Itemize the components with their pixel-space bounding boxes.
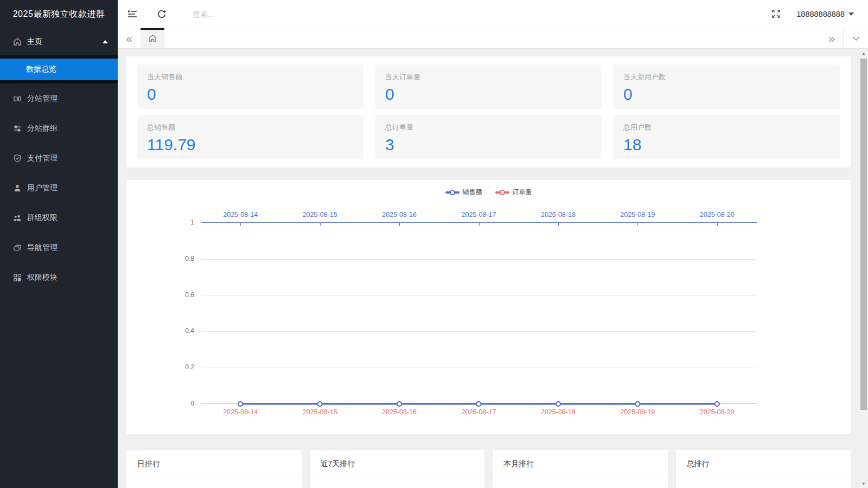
stat-value: 3 — [385, 137, 592, 153]
sidebar-item-user-mgmt[interactable]: 用户管理 — [0, 173, 118, 203]
stat-card-today-orders: 当天订单量 0 — [375, 65, 602, 109]
submenu-item-label: 数据总览 — [26, 65, 56, 74]
legend-item-sales[interactable]: 销售额 — [445, 188, 482, 197]
topbar-right: 18888888888 — [764, 0, 868, 28]
sidebar-item-data-overview[interactable]: 数据总览 — [0, 59, 118, 80]
substation-icon — [13, 94, 22, 103]
x-axis-tick — [399, 223, 400, 226]
rank-card-month: 本月排行 — [493, 450, 668, 488]
sidebar-item-label: 分站群组 — [27, 124, 58, 133]
gridline — [201, 296, 757, 296]
page-scrollbar: ▲ ▼ — [859, 49, 868, 488]
gridline — [201, 368, 757, 368]
topbar: 18888888888 — [118, 0, 868, 28]
sliders-icon — [13, 124, 22, 133]
rank-card-title: 总排行 — [676, 450, 851, 478]
chevron-up-icon — [103, 40, 108, 43]
sidebar-item-payment-mgmt[interactable]: 支付管理 — [0, 143, 118, 173]
refresh-button[interactable] — [147, 0, 176, 28]
stats-panel: 当天销售额 0 当天订单量 0 当天新用户数 0 总销售额 119.79 总订单… — [126, 56, 851, 168]
legend-label: 订单量 — [513, 188, 532, 197]
sidebar-item-label: 群组权限 — [27, 213, 58, 223]
collapse-menu-icon — [127, 9, 137, 19]
x-axis-label-bottom: 2025-08-20 — [700, 408, 735, 416]
home-icon — [13, 37, 22, 46]
stat-label: 总订单量 — [385, 123, 592, 132]
stat-label: 总用户数 — [623, 123, 830, 132]
stat-card-total-orders: 总订单量 3 — [375, 115, 602, 159]
legend-marker-red — [495, 191, 509, 194]
sidebar: 2025最新独立收款进群 主页 数据总览 分站管理 分站群组 — [0, 0, 118, 488]
y-axis-label: 0 — [162, 400, 194, 407]
rank-card-title: 近7天排行 — [310, 450, 485, 478]
scrollbar-thumb[interactable] — [860, 59, 867, 410]
y-axis-label: 0.4 — [162, 327, 194, 335]
sidebar-item-label: 导航管理 — [27, 243, 58, 253]
sidebar-item-label: 分站管理 — [27, 94, 58, 104]
scrollbar-down-button[interactable]: ▼ — [859, 479, 868, 488]
y-axis-label: 0.6 — [162, 291, 194, 299]
x-axis-label-top: 2025-08-19 — [620, 211, 655, 219]
rank-card-daily: 日排行 — [126, 450, 302, 488]
fullscreen-button[interactable] — [764, 0, 789, 28]
x-axis-label-top: 2025-08-16 — [382, 211, 417, 219]
x-axis-label-bottom: 2025-08-17 — [462, 408, 496, 416]
gridline — [201, 331, 757, 332]
legend-item-orders[interactable]: 订单量 — [495, 188, 532, 197]
y-axis-label: 0.8 — [162, 255, 194, 262]
tabs-menu-button[interactable] — [843, 28, 868, 48]
sales-orders-chart: 销售额 订单量 00.20.40.60.812025-08-142025-08-… — [126, 180, 851, 434]
x-axis-label-bottom: 2025-08-18 — [541, 408, 576, 416]
shield-check-icon — [13, 154, 22, 163]
modules-icon — [13, 273, 22, 282]
tabs-scroll-left-button[interactable]: « — [118, 28, 141, 48]
x-axis-tick — [479, 223, 480, 226]
stack-icon — [13, 243, 22, 252]
rank-card-title: 本月排行 — [493, 450, 668, 478]
x-axis-label-top: 2025-08-15 — [303, 211, 337, 219]
chart-plot — [201, 222, 757, 403]
x-axis-tick — [717, 223, 718, 226]
x-axis-label-top: 2025-08-17 — [462, 211, 496, 219]
tabs-scroll-right-button[interactable]: » — [820, 28, 843, 48]
username: 18888888888 — [796, 10, 845, 18]
rank-card-7days: 近7天排行 — [310, 450, 485, 488]
collapse-sidebar-button[interactable] — [118, 0, 147, 28]
sidebar-item-group-perms[interactable]: 群组权限 — [0, 203, 118, 233]
users-icon — [13, 214, 22, 222]
stat-card-total-sales: 总销售额 119.79 — [137, 115, 363, 159]
sidebar-item-home[interactable]: 主页 — [0, 28, 118, 55]
chart-legend: 销售额 订单量 — [126, 188, 851, 197]
sidebar-item-label: 主页 — [27, 37, 42, 47]
stat-value: 0 — [623, 86, 830, 102]
stat-card-total-users: 总用户数 18 — [614, 115, 840, 159]
legend-marker-blue — [445, 191, 459, 194]
x-axis-label-top: 2025-08-14 — [223, 211, 258, 219]
user-icon — [13, 184, 22, 192]
tab-home[interactable] — [141, 28, 164, 48]
x-axis-tick — [320, 223, 321, 226]
legend-label: 销售额 — [463, 188, 482, 197]
sidebar-item-substation-group[interactable]: 分站群组 — [0, 113, 118, 143]
tabbar: « » — [118, 28, 868, 49]
search-input[interactable] — [192, 9, 311, 19]
x-axis-label-bottom: 2025-08-16 — [382, 408, 417, 416]
sidebar-item-label: 用户管理 — [27, 183, 58, 193]
y-axis-label: 0.2 — [162, 363, 194, 371]
x-axis-label-top: 2025-08-20 — [700, 211, 735, 219]
rank-card-total: 总排行 — [676, 450, 851, 488]
scrollbar-up-button[interactable]: ▲ — [859, 49, 868, 57]
stat-label: 总销售额 — [147, 123, 354, 132]
sidebar-item-substation-mgmt[interactable]: 分站管理 — [0, 84, 118, 113]
user-menu[interactable]: 18888888888 — [789, 0, 868, 28]
x-axis-tick — [637, 223, 638, 226]
sidebar-item-perm-modules[interactable]: 权限模块 — [0, 262, 118, 292]
caret-down-icon — [848, 12, 854, 16]
gridline — [201, 259, 757, 260]
sidebar-item-nav-mgmt[interactable]: 导航管理 — [0, 233, 118, 262]
x-axis-tick — [558, 223, 559, 226]
sidebar-item-label: 权限模块 — [27, 273, 58, 282]
sidebar-submenu: 数据总览 — [0, 55, 118, 84]
y-axis-label: 1 — [162, 219, 194, 226]
chart-series — [201, 223, 757, 404]
